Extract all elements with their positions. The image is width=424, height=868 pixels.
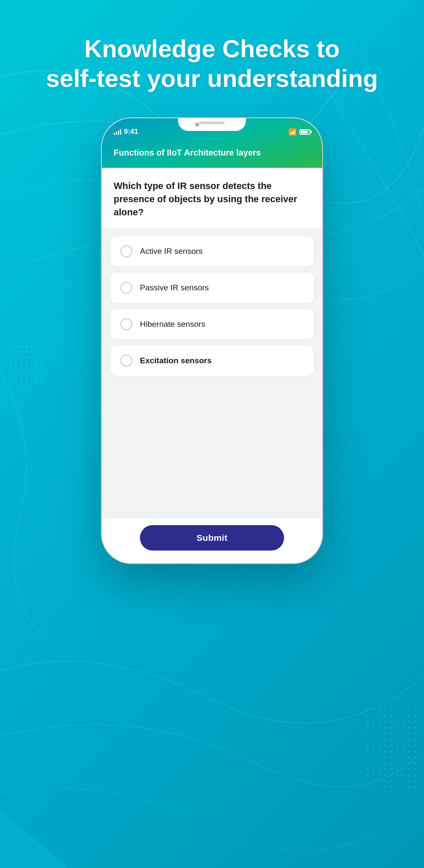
- question-card: Which type of IR sensor detects the pres…: [102, 168, 322, 227]
- battery-fill: [301, 131, 308, 134]
- bottom-accent: [0, 809, 68, 868]
- phone-notch: [178, 118, 246, 131]
- option-label-3: Hibernate sensors: [140, 320, 205, 329]
- radio-4[interactable]: [120, 355, 132, 367]
- option-1[interactable]: Active IR sensors: [110, 236, 314, 267]
- signal-icon: [114, 129, 121, 135]
- radio-3[interactable]: [120, 318, 132, 330]
- signal-area: 9:41: [114, 128, 138, 136]
- option-label-2: Passive IR sensors: [140, 283, 209, 292]
- radio-2[interactable]: [120, 282, 132, 294]
- front-camera: [195, 122, 199, 127]
- speaker: [199, 122, 225, 124]
- dot-pattern-right: [365, 707, 416, 792]
- submit-button[interactable]: Submit: [140, 525, 284, 551]
- battery-icon: [299, 129, 310, 135]
- dot-pattern-left: [8, 339, 42, 390]
- option-4[interactable]: Excitation sensors: [110, 345, 314, 376]
- nav-title-bar: Functions of IIoT Architecture layers: [102, 139, 322, 168]
- radio-1[interactable]: [120, 245, 132, 257]
- option-2[interactable]: Passive IR sensors: [110, 273, 314, 303]
- wifi-icon: 📶: [288, 128, 297, 136]
- question-text: Which type of IR sensor detects the pres…: [114, 180, 310, 219]
- status-time: 9:41: [124, 128, 138, 136]
- nav-title: Functions of IIoT Architecture layers: [114, 148, 310, 158]
- phone-content: Which type of IR sensor detects the pres…: [102, 168, 322, 563]
- status-icons: 📶: [288, 128, 310, 136]
- phone-header: 9:41 📶 Functions of IIoT Architecture la…: [102, 118, 322, 168]
- submit-area: Submit: [102, 518, 322, 563]
- header-section: Knowledge Checks to self-test your under…: [20, 0, 403, 110]
- header-title: Knowledge Checks to self-test your under…: [46, 34, 378, 93]
- option-label-1: Active IR sensors: [140, 247, 203, 256]
- option-label-4: Excitation sensors: [140, 356, 212, 365]
- options-area: Active IR sensors Passive IR sensors Hib…: [102, 228, 322, 519]
- option-3[interactable]: Hibernate sensors: [110, 309, 314, 339]
- phone-frame: 9:41 📶 Functions of IIoT Architecture la…: [102, 118, 322, 563]
- phone-mockup: 9:41 📶 Functions of IIoT Architecture la…: [102, 118, 322, 563]
